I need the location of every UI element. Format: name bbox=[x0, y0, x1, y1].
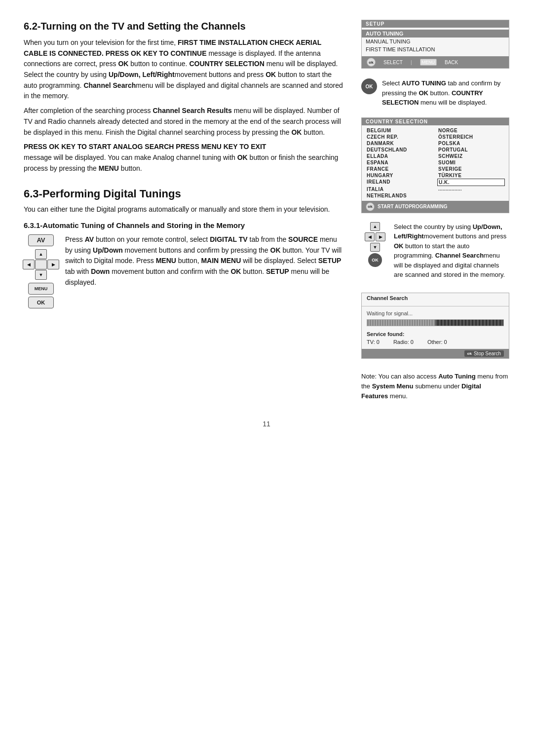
ok-circle-large: OK bbox=[361, 78, 377, 94]
channel-search-box: Channel Search Waiting for signal... Ser… bbox=[361, 293, 509, 359]
nav-down-row: ▼ bbox=[370, 243, 380, 252]
country-sverige[interactable]: SVERIGE bbox=[437, 166, 505, 172]
select-label: SELECT bbox=[383, 60, 403, 65]
start-autoprogramming-label: START AUTOPROGRAMMING bbox=[378, 204, 447, 209]
country-belgium[interactable]: BELGIUM bbox=[366, 127, 433, 134]
section-62-body3: PRESS OK KEY TO START ANALOG SEARCH PRES… bbox=[24, 142, 345, 174]
nav-ok-btn[interactable]: OK bbox=[368, 253, 382, 267]
ok-button[interactable]: OK bbox=[28, 297, 54, 308]
country-ellada[interactable]: ELLADA bbox=[366, 153, 433, 159]
nav-up-row: ▲ bbox=[370, 222, 380, 231]
country-uk[interactable]: U.K. bbox=[437, 179, 505, 186]
menu-button[interactable]: MENU bbox=[28, 283, 54, 295]
auto-tuning-instruction: OK Select AUTO TUNING tab and confirm by… bbox=[361, 78, 509, 108]
remote-graphic: AV ▲ ◀ ▶ ▼ MENU OK bbox=[24, 234, 58, 308]
country-netherlands[interactable]: NETHERLANDS bbox=[366, 192, 433, 199]
nav-right-btn[interactable]: ▶ bbox=[376, 232, 385, 241]
channel-search-footer: ok Stop Search bbox=[362, 349, 509, 358]
channel-counts: TV: 0 Radio: 0 Other: 0 bbox=[362, 338, 509, 349]
up-arrow-icon[interactable]: ▲ bbox=[35, 249, 47, 259]
left-arrow-icon[interactable]: ◀ bbox=[23, 260, 35, 269]
section-631-body: Press AV button on your remote control, … bbox=[65, 234, 345, 288]
stop-search-button[interactable]: ok Stop Search bbox=[464, 350, 504, 357]
ok-center-button[interactable] bbox=[35, 260, 47, 269]
section-63-intro: You can either tune the Digital programs… bbox=[24, 204, 345, 215]
other-count-label: Other: 0 bbox=[427, 339, 447, 345]
first-time-installation-item[interactable]: FIRST TIME INSTALLATION bbox=[362, 45, 509, 53]
nav-left-btn[interactable]: ◀ bbox=[365, 232, 375, 241]
country-hungary[interactable]: HUNGARY bbox=[366, 172, 433, 179]
page-number: 11 bbox=[24, 420, 509, 428]
av-button[interactable]: AV bbox=[28, 234, 54, 246]
progress-bar-right bbox=[435, 320, 503, 326]
country-dots: ................ bbox=[437, 186, 505, 192]
country-norge[interactable]: NORGE bbox=[437, 127, 505, 134]
country-danmark[interactable]: DANMARK bbox=[366, 140, 433, 147]
nav-cluster: ▲ ◀ ▶ ▼ OK bbox=[361, 222, 389, 267]
note-text: Note: You can also access Auto Tuning me… bbox=[361, 372, 509, 401]
section-63-title: 6.3-Performing Digital Tunings bbox=[24, 188, 345, 200]
section-631-title: 6.3.1-Automatic Tuning of Channels and S… bbox=[24, 221, 345, 229]
country-selection-box: COUNTRY SELECTION BELGIUM NORGE CZECH RE… bbox=[361, 117, 509, 213]
channel-search-title: Channel Search bbox=[362, 293, 509, 302]
section-62-body2: After completion of the searching proces… bbox=[24, 106, 345, 138]
auto-tuning-text: Select AUTO TUNING tab and confirm by pr… bbox=[382, 78, 509, 108]
country-ireland[interactable]: IRELAND bbox=[366, 179, 433, 186]
channel-waiting-status: Waiting for signal... bbox=[362, 310, 509, 319]
right-column: SETUP AUTO TUNING MANUAL TUNING FIRST TI… bbox=[361, 20, 509, 405]
section-62-title: 6.2-Turning on the TV and Setting the Ch… bbox=[24, 20, 345, 33]
right-arrow-icon[interactable]: ▶ bbox=[47, 260, 59, 269]
nav-instruction-area: ▲ ◀ ▶ ▼ OK Select the country by using U… bbox=[361, 222, 509, 284]
nav-mid-row: ◀ ▶ bbox=[365, 232, 385, 241]
arrow-cluster: ▲ ◀ ▶ ▼ bbox=[23, 249, 59, 280]
country-czech[interactable]: CZECH REP. bbox=[366, 134, 433, 140]
nav-instruction-text: Select the country by using Up/Down, Lef… bbox=[394, 222, 509, 280]
down-arrow-icon[interactable]: ▼ bbox=[35, 270, 47, 280]
manual-tuning-item[interactable]: MANUAL TUNING bbox=[362, 38, 509, 45]
progress-bar bbox=[367, 319, 504, 326]
progress-bar-left bbox=[367, 320, 435, 326]
section-62-body1: When you turn on your television for the… bbox=[24, 38, 345, 102]
ok-small-icon: ok bbox=[366, 202, 375, 211]
menu-icon: MENU bbox=[420, 59, 437, 66]
setup-menu-header: SETUP bbox=[362, 20, 509, 28]
country-portugal[interactable]: PORTUGAL bbox=[437, 147, 505, 153]
stop-search-label: Stop Search bbox=[474, 351, 501, 356]
country-turkiye[interactable]: TÜRKIYE bbox=[437, 172, 505, 179]
country-header: COUNTRY SELECTION bbox=[362, 118, 509, 125]
nav-up-btn[interactable]: ▲ bbox=[370, 222, 380, 231]
ok-circle-small: ok bbox=[367, 58, 376, 67]
country-italia[interactable]: ITALIA bbox=[366, 186, 433, 192]
country-osterreich[interactable]: ÖSTERREICH bbox=[437, 134, 505, 140]
setup-menu-footer: ok SELECT | MENU BACK bbox=[362, 56, 509, 68]
left-column: 6.2-Turning on the TV and Setting the Ch… bbox=[24, 20, 345, 405]
radio-count-label: Radio: 0 bbox=[393, 339, 414, 345]
country-deutschland[interactable]: DEUTSCHLAND bbox=[366, 147, 433, 153]
back-label: BACK bbox=[445, 60, 458, 65]
country-polska[interactable]: POLSKA bbox=[437, 140, 505, 147]
tv-count-label: TV: 0 bbox=[367, 339, 380, 345]
nav-down-btn[interactable]: ▼ bbox=[370, 243, 380, 252]
auto-tuning-item[interactable]: AUTO TUNING bbox=[362, 30, 509, 38]
ok-tiny: ok bbox=[467, 351, 472, 356]
service-found-label: Service found: bbox=[362, 330, 509, 338]
setup-menu-box: SETUP AUTO TUNING MANUAL TUNING FIRST TI… bbox=[361, 20, 509, 69]
country-schweiz[interactable]: SCHWEIZ bbox=[437, 153, 505, 159]
country-grid: BELGIUM NORGE CZECH REP. ÖSTERREICH DANM… bbox=[362, 125, 509, 201]
country-france[interactable]: FRANCE bbox=[366, 166, 433, 172]
country-suomi[interactable]: SUOMI bbox=[437, 159, 505, 166]
country-espana[interactable]: ESPANA bbox=[366, 159, 433, 166]
country-footer: ok START AUTOPROGRAMMING bbox=[362, 201, 509, 213]
remote-area: AV ▲ ◀ ▶ ▼ MENU OK Press AV button on yo… bbox=[24, 234, 345, 308]
